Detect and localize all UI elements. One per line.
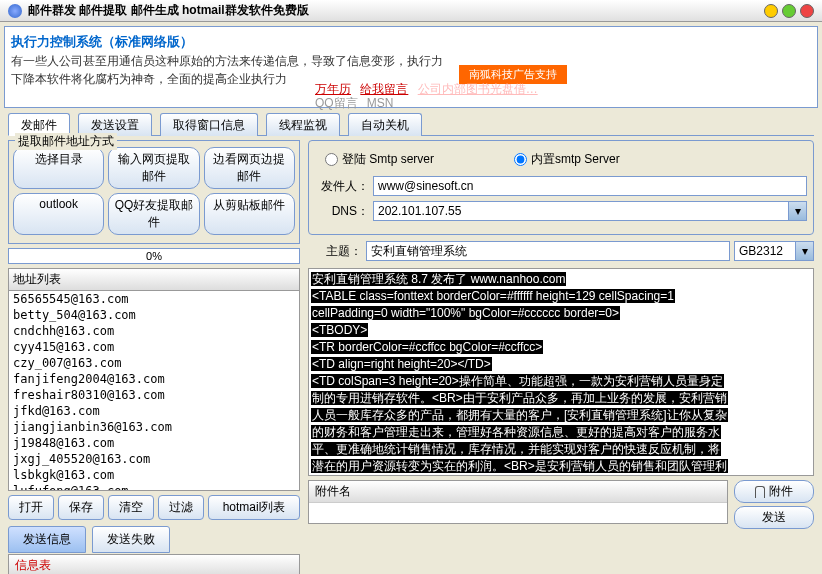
link-calendar[interactable]: 万年历 xyxy=(315,82,351,96)
header-desc1: 有一些人公司甚至用通信员这种原始的方法来传递信息，导致了信息变形，执行力 xyxy=(11,54,811,69)
progress-bar: 0% xyxy=(8,248,300,264)
info-table: 信息表 xyxy=(8,554,300,574)
address-list-header: 地址列表 xyxy=(8,268,300,291)
maximize-button[interactable] xyxy=(782,4,796,18)
link-guestbook[interactable]: 给我留言 xyxy=(360,82,408,96)
radio-builtin-smtp[interactable]: 内置smtp Server xyxy=(514,151,620,168)
info-table-header: 信息表 xyxy=(9,555,299,574)
tab-send-info[interactable]: 发送信息 xyxy=(8,526,86,553)
close-button[interactable] xyxy=(800,4,814,18)
btn-open[interactable]: 打开 xyxy=(8,495,54,520)
header-title: 执行力控制系统（标准网络版） xyxy=(11,33,811,51)
btn-filter[interactable]: 过滤 xyxy=(158,495,204,520)
body-editor[interactable]: 安利直销管理系统 8.7 发布了 www.nanhoo.com <TABLE c… xyxy=(308,268,814,476)
address-item[interactable]: freshair80310@163.com xyxy=(9,387,299,403)
paperclip-icon xyxy=(755,486,765,498)
btn-send[interactable]: 发送 xyxy=(734,506,814,529)
btn-hotmail-list[interactable]: hotmail列表 xyxy=(208,495,300,520)
label-subject: 主题： xyxy=(308,243,362,260)
btn-select-dir[interactable]: 选择目录 xyxy=(13,147,104,189)
label-from: 发件人： xyxy=(315,178,369,195)
btn-outlook[interactable]: outlook xyxy=(13,193,104,235)
tab-window-info[interactable]: 取得窗口信息 xyxy=(160,113,258,136)
minimize-button[interactable] xyxy=(764,4,778,18)
tab-thread-monitor[interactable]: 线程监视 xyxy=(266,113,340,136)
header-panel: 执行力控制系统（标准网络版） 有一些人公司甚至用通信员这种原始的方法来传递信息，… xyxy=(4,26,818,108)
btn-clear[interactable]: 清空 xyxy=(108,495,154,520)
address-item[interactable]: cndchh@163.com xyxy=(9,323,299,339)
label-dns: DNS： xyxy=(315,203,369,220)
address-item[interactable]: lsbkgk@163.com xyxy=(9,467,299,483)
address-item[interactable]: jiangjianbin36@163.com xyxy=(9,419,299,435)
link-msn[interactable]: MSN xyxy=(367,96,394,110)
radio-login-smtp[interactable]: 登陆 Smtp server xyxy=(325,151,434,168)
link-internal[interactable]: 公司内部图书光盘借… xyxy=(418,82,538,96)
address-list[interactable]: 56565545@163.combetty_504@163.comcndchh@… xyxy=(8,291,300,491)
address-item[interactable]: czy_007@163.com xyxy=(9,355,299,371)
sub-links: QQ留言 MSN xyxy=(315,95,394,112)
address-item[interactable]: 56565545@163.com xyxy=(9,291,299,307)
input-subject[interactable] xyxy=(366,241,730,261)
btn-clipboard[interactable]: 从剪贴板邮件 xyxy=(204,193,295,235)
extract-group-label: 提取邮件地址方式 xyxy=(15,133,117,150)
btn-attach[interactable]: 附件 xyxy=(734,480,814,503)
extract-group: 提取邮件地址方式 选择目录 输入网页提取邮件 边看网页边提邮件 outlook … xyxy=(8,140,300,244)
window-title: 邮件群发 邮件提取 邮件生成 hotmail群发软件免费版 xyxy=(28,2,764,19)
chevron-down-icon[interactable]: ▾ xyxy=(795,242,813,260)
address-item[interactable]: betty_504@163.com xyxy=(9,307,299,323)
address-item[interactable]: jxgj_405520@163.com xyxy=(9,451,299,467)
app-icon xyxy=(8,4,22,18)
address-item[interactable]: lufufeng@163.com xyxy=(9,483,299,491)
address-item[interactable]: j19848@163.com xyxy=(9,435,299,451)
combo-encoding[interactable]: GB2312▾ xyxy=(734,241,814,261)
link-qq[interactable]: QQ留言 xyxy=(315,96,358,110)
btn-browse-extract[interactable]: 边看网页边提邮件 xyxy=(204,147,295,189)
address-item[interactable]: fanjifeng2004@163.com xyxy=(9,371,299,387)
tab-auto-shutdown[interactable]: 自动关机 xyxy=(348,113,422,136)
combo-dns[interactable]: 202.101.107.55▾ xyxy=(373,201,807,221)
btn-webpage-extract[interactable]: 输入网页提取邮件 xyxy=(108,147,199,189)
main-tabs: 发邮件 发送设置 取得窗口信息 线程监视 自动关机 xyxy=(8,112,814,136)
btn-qq-extract[interactable]: QQ好友提取邮件 xyxy=(108,193,199,235)
attachment-header: 附件名 xyxy=(309,481,727,503)
input-from[interactable] xyxy=(373,176,807,196)
btn-save[interactable]: 保存 xyxy=(58,495,104,520)
chevron-down-icon[interactable]: ▾ xyxy=(788,202,806,220)
attachment-list[interactable]: 附件名 xyxy=(308,480,728,524)
address-item[interactable]: jfkd@163.com xyxy=(9,403,299,419)
tab-send-fail[interactable]: 发送失败 xyxy=(92,526,170,553)
address-item[interactable]: cyy415@163.com xyxy=(9,339,299,355)
